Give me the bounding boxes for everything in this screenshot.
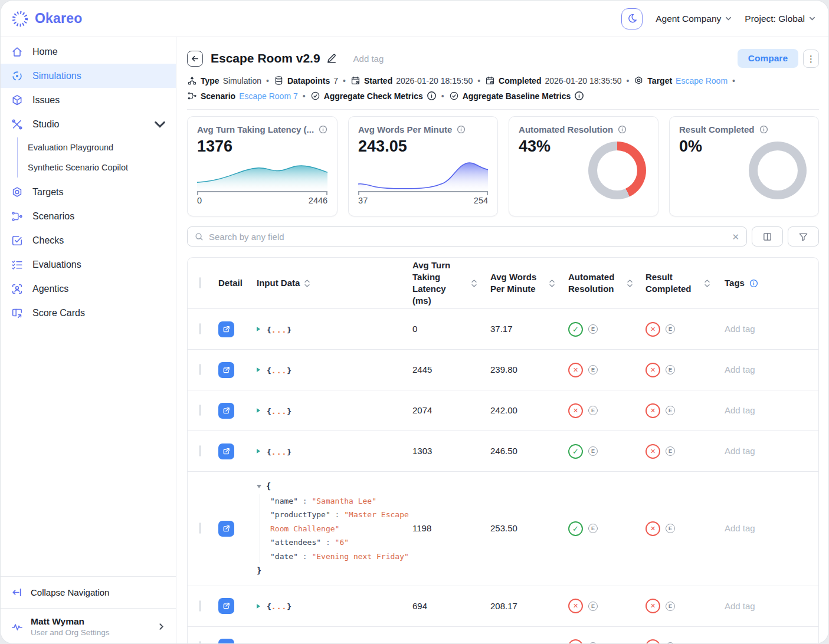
json-field: "productType" : "Master Escape Room Chal… — [270, 508, 412, 535]
more-menu-button[interactable]: ⋮ — [803, 50, 819, 68]
add-tag-button[interactable]: Add tag — [353, 54, 384, 64]
expand-input-toggle[interactable]: {...} — [257, 405, 412, 416]
add-tag-button[interactable]: Add tag — [725, 601, 755, 611]
open-detail-button[interactable] — [218, 362, 234, 378]
explanation-icon[interactable]: E — [588, 324, 598, 334]
add-tag-button[interactable]: Add tag — [725, 324, 755, 334]
metadata-row-2: Scenario Escape Room 7 • Aggregate Check… — [187, 91, 819, 101]
info-icon[interactable] — [319, 125, 327, 134]
row-checkbox[interactable] — [199, 364, 201, 375]
explanation-icon[interactable]: E — [588, 406, 598, 415]
sidebar-item-agentics[interactable]: Agentics — [1, 277, 176, 301]
sidebar-item-synthetic-scenario-copilot[interactable]: Synthetic Scenario Copilot — [25, 157, 176, 178]
expand-input-toggle[interactable]: {...} — [257, 641, 412, 644]
explanation-icon[interactable]: E — [666, 324, 675, 334]
row-checkbox[interactable] — [199, 641, 201, 644]
sidebar-item-scenarios[interactable]: Scenarios — [1, 204, 176, 228]
sort-icon[interactable] — [304, 280, 310, 287]
row-checkbox[interactable] — [199, 600, 201, 612]
filter-button[interactable] — [788, 226, 819, 247]
compare-button[interactable]: Compare — [738, 49, 798, 68]
project-selector[interactable]: Project: Global — [745, 14, 815, 24]
explanation-icon[interactable]: E — [666, 446, 675, 456]
add-tag-button[interactable]: Add tag — [725, 523, 755, 533]
explanation-icon[interactable]: E — [588, 602, 598, 611]
row-checkbox[interactable] — [199, 405, 201, 416]
sidebar-item-evaluation-playground[interactable]: Evaluation Playground — [25, 137, 176, 157]
open-detail-button[interactable] — [218, 598, 234, 614]
expand-input-toggle[interactable]: {...} — [257, 324, 412, 335]
add-tag-button[interactable]: Add tag — [725, 405, 755, 415]
chevron-right-icon — [158, 623, 165, 630]
clear-search-icon[interactable]: ✕ — [732, 232, 739, 241]
meta-baseline-metrics: Aggregate Baseline Metrics — [449, 91, 585, 101]
select-all-checkbox[interactable] — [199, 277, 201, 288]
expand-input-toggle[interactable]: {...} — [257, 364, 412, 376]
explanation-icon[interactable]: E — [666, 642, 675, 644]
expand-input-toggle[interactable]: {...} — [257, 446, 412, 457]
sort-icon[interactable] — [549, 280, 555, 287]
open-detail-button[interactable] — [218, 639, 234, 644]
logo-text: Okareo — [35, 11, 82, 27]
sidebar-item-evaluations[interactable]: Evaluations — [1, 252, 176, 277]
info-icon[interactable] — [574, 91, 584, 101]
explanation-icon[interactable]: E — [588, 365, 598, 374]
collapse-navigation-button[interactable]: Collapse Navigation — [1, 576, 176, 608]
explanation-icon[interactable]: E — [666, 365, 675, 374]
add-tag-button[interactable]: Add tag — [725, 364, 755, 374]
columns-button[interactable] — [752, 226, 783, 247]
info-icon[interactable] — [618, 125, 627, 134]
explanation-icon[interactable]: E — [588, 446, 598, 456]
sort-icon[interactable] — [471, 280, 477, 287]
expand-input-toggle[interactable]: {...} — [257, 600, 412, 612]
metric-cards: Avg Turn Taking Latency (... 1376 0 — [187, 116, 819, 216]
target-link[interactable]: Escape Room — [676, 76, 728, 86]
explanation-icon[interactable]: E — [666, 602, 675, 611]
sort-icon[interactable] — [627, 280, 633, 287]
info-icon[interactable] — [749, 279, 758, 288]
logo[interactable]: Okareo — [11, 10, 82, 28]
explanation-icon[interactable]: E — [588, 524, 598, 533]
home-icon — [11, 45, 24, 58]
result-completed-status-icon — [645, 521, 660, 536]
info-icon[interactable] — [759, 125, 768, 134]
sort-icon[interactable] — [705, 280, 710, 287]
collapse-input-toggle[interactable] — [257, 485, 261, 488]
row-checkbox[interactable] — [199, 445, 201, 456]
sidebar-item-checks[interactable]: Checks — [1, 228, 176, 252]
meta-datapoints: Datapoints 7 — [274, 75, 338, 86]
open-detail-button[interactable] — [218, 403, 234, 419]
simulations-icon — [11, 70, 24, 83]
sidebar-item-targets[interactable]: Targets — [1, 180, 176, 204]
table-row: {...} 2074 242.00 E E Add tag — [188, 390, 818, 431]
chevron-right-icon — [257, 604, 260, 609]
open-detail-button[interactable] — [218, 321, 234, 337]
results-table: Detail Input Data Avg Turn Taking Latenc… — [187, 257, 819, 644]
org-selector[interactable]: Agent Company — [656, 14, 732, 24]
row-checkbox[interactable] — [199, 523, 201, 534]
info-icon[interactable] — [457, 125, 466, 134]
sidebar-item-studio[interactable]: Studio — [1, 112, 176, 136]
info-icon[interactable] — [427, 91, 437, 101]
sidebar-item-issues[interactable]: Issues — [1, 88, 176, 112]
add-tag-button[interactable]: Add tag — [725, 642, 755, 644]
sidebar-item-home[interactable]: Home — [1, 40, 176, 64]
explanation-icon[interactable]: E — [666, 406, 675, 415]
back-button[interactable] — [187, 51, 203, 67]
explanation-icon[interactable]: E — [588, 642, 598, 644]
search-input[interactable] — [209, 232, 726, 242]
row-checkbox[interactable] — [199, 323, 201, 334]
card-result-completed: Result Completed 0% — [669, 116, 819, 216]
user-settings-row[interactable]: Matt Wyman User and Org Settings — [1, 608, 176, 644]
edit-title-button[interactable] — [326, 53, 337, 64]
sidebar-item-simulations[interactable]: Simulations — [1, 64, 176, 88]
open-detail-button[interactable] — [218, 521, 234, 537]
theme-toggle-button[interactable] — [621, 8, 643, 29]
scenario-link[interactable]: Escape Room 7 — [239, 91, 298, 101]
explanation-icon[interactable]: E — [666, 524, 675, 533]
chevron-down-icon — [153, 118, 166, 131]
scorecard-icon — [11, 307, 24, 320]
open-detail-button[interactable] — [218, 443, 234, 459]
add-tag-button[interactable]: Add tag — [725, 446, 755, 456]
sidebar-item-score-cards[interactable]: Score Cards — [1, 301, 176, 325]
